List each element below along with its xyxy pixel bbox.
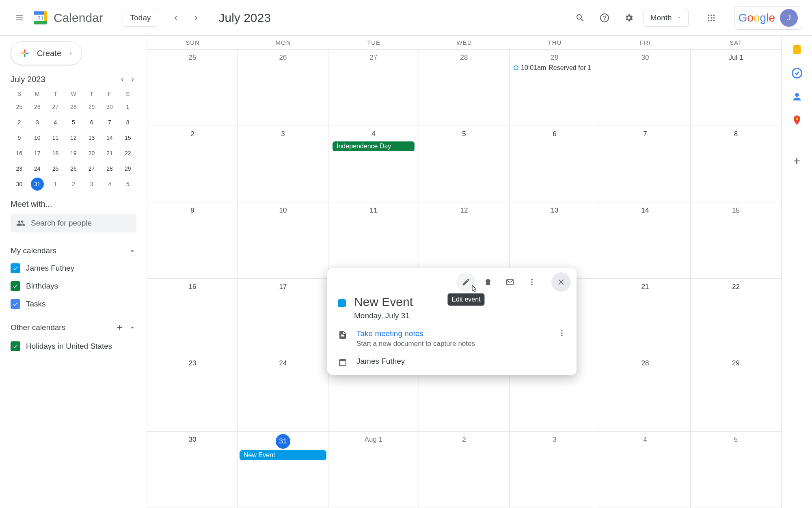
mini-day[interactable]: 3 <box>31 116 44 129</box>
mini-day[interactable]: 3 <box>85 178 98 191</box>
calendar-checkbox[interactable] <box>11 281 20 291</box>
mini-day[interactable]: 12 <box>67 131 80 144</box>
mini-day[interactable]: 22 <box>121 147 134 160</box>
edit-event-button[interactable]: Edit event <box>456 272 476 292</box>
mini-day[interactable]: 2 <box>13 116 26 129</box>
mini-day[interactable]: 27 <box>49 100 62 113</box>
mini-day[interactable]: 11 <box>49 131 62 144</box>
google-apps-button[interactable] <box>702 8 721 28</box>
calendar-item[interactable]: Tasks <box>11 295 136 313</box>
mini-day[interactable]: 18 <box>49 147 62 160</box>
day-cell[interactable]: 2 <box>147 126 238 202</box>
mini-day[interactable]: 1 <box>49 178 62 191</box>
mini-day[interactable]: 4 <box>49 116 62 129</box>
keep-icon[interactable] <box>791 44 803 55</box>
allday-event[interactable]: New Event <box>240 450 326 460</box>
email-guests-button[interactable] <box>500 272 520 292</box>
tasks-icon[interactable] <box>791 67 803 79</box>
prev-month-button[interactable] <box>166 9 184 27</box>
day-cell[interactable]: 2 <box>419 432 510 508</box>
mini-day[interactable]: 20 <box>85 147 98 160</box>
day-cell[interactable]: 28 <box>419 50 510 126</box>
calendar-checkbox[interactable] <box>11 341 20 351</box>
mini-day[interactable]: 29 <box>121 162 134 175</box>
main-menu-button[interactable] <box>10 8 29 28</box>
calendar-item[interactable]: James Futhey <box>11 259 136 277</box>
day-cell[interactable]: 30 <box>147 432 238 508</box>
mini-day[interactable]: 8 <box>121 116 134 129</box>
day-cell[interactable]: 5 <box>691 432 781 508</box>
create-button[interactable]: Create <box>11 41 82 65</box>
google-account-chip[interactable]: Google J <box>734 6 802 30</box>
mini-day[interactable]: 15 <box>121 131 134 144</box>
mini-prev-button[interactable] <box>119 76 126 83</box>
day-cell[interactable]: 22 <box>691 279 781 355</box>
mini-day[interactable]: 23 <box>13 162 26 175</box>
day-cell[interactable]: 5 <box>419 126 510 202</box>
day-cell[interactable]: 27 <box>328 50 419 126</box>
mini-day[interactable]: 29 <box>85 100 98 113</box>
mini-day[interactable]: 28 <box>103 162 116 175</box>
day-cell[interactable]: 4Independence Day <box>328 126 419 202</box>
take-notes-link[interactable]: Take meeting notes <box>356 329 549 338</box>
mini-day[interactable]: 28 <box>67 100 80 113</box>
day-cell[interactable]: 26 <box>238 50 328 126</box>
calendar-checkbox[interactable] <box>11 263 20 273</box>
mini-day[interactable]: 25 <box>49 162 62 175</box>
mini-day[interactable]: 30 <box>103 100 116 113</box>
search-button[interactable] <box>570 8 590 28</box>
mini-day[interactable]: 26 <box>31 100 44 113</box>
mini-day[interactable]: 21 <box>103 147 116 160</box>
mini-day[interactable]: 16 <box>13 147 26 160</box>
day-cell[interactable]: Jul 1 <box>691 50 781 126</box>
mini-day[interactable]: 9 <box>13 131 26 144</box>
mini-day[interactable]: 26 <box>67 162 80 175</box>
day-cell[interactable]: 10 <box>238 202 328 278</box>
mini-day[interactable]: 14 <box>103 131 116 144</box>
today-button[interactable]: Today <box>123 9 159 27</box>
day-cell[interactable]: 12 <box>419 202 510 278</box>
day-cell[interactable]: 3 <box>238 126 328 202</box>
mini-day[interactable]: 24 <box>31 162 44 175</box>
mini-day[interactable]: 4 <box>103 178 116 191</box>
calendar-checkbox[interactable] <box>11 299 20 309</box>
settings-button[interactable] <box>619 8 639 28</box>
mini-day[interactable]: 10 <box>31 131 44 144</box>
maps-icon[interactable] <box>791 115 803 126</box>
mini-day[interactable]: 27 <box>85 162 98 175</box>
day-cell[interactable]: 8 <box>691 126 781 202</box>
day-cell[interactable]: 25 <box>147 50 238 126</box>
mini-day[interactable]: 31 <box>31 178 44 191</box>
add-addon-button[interactable]: + <box>793 154 801 168</box>
mini-day[interactable]: 5 <box>121 178 134 191</box>
avatar[interactable]: J <box>780 9 798 27</box>
mini-day[interactable]: 25 <box>13 100 26 113</box>
mini-day[interactable]: 19 <box>67 147 80 160</box>
day-cell[interactable]: 21 <box>600 279 691 355</box>
day-cell[interactable]: 28 <box>600 355 691 431</box>
notes-more-button[interactable] <box>558 329 566 337</box>
mini-day[interactable]: 2 <box>67 178 80 191</box>
holiday-event[interactable]: Independence Day <box>333 141 415 151</box>
day-cell[interactable]: 24 <box>238 355 328 431</box>
add-other-calendar-button[interactable]: + <box>117 322 123 333</box>
support-button[interactable]: ? <box>595 8 614 28</box>
calendar-item[interactable]: Holidays in United States <box>11 337 136 355</box>
next-month-button[interactable] <box>188 9 205 27</box>
day-cell[interactable]: 15 <box>691 202 781 278</box>
day-cell[interactable]: 9 <box>147 202 238 278</box>
day-cell[interactable]: 7 <box>600 126 691 202</box>
other-calendars-toggle[interactable]: Other calendars + <box>11 318 136 337</box>
day-cell[interactable]: 2910:01am Reserved for 1 <box>510 50 600 126</box>
mini-day[interactable]: 6 <box>85 116 98 129</box>
delete-event-button[interactable] <box>478 272 498 292</box>
day-cell[interactable]: 31New Event <box>238 432 328 508</box>
mini-day[interactable]: 7 <box>103 116 116 129</box>
day-cell[interactable]: 23 <box>147 355 238 431</box>
view-select[interactable]: Month <box>644 9 689 27</box>
calendar-item[interactable]: Birthdays <box>11 277 136 295</box>
day-cell[interactable]: 6 <box>510 126 600 202</box>
mini-day[interactable]: 17 <box>31 147 44 160</box>
mini-next-button[interactable] <box>129 76 136 83</box>
day-cell[interactable]: 4 <box>600 432 691 508</box>
